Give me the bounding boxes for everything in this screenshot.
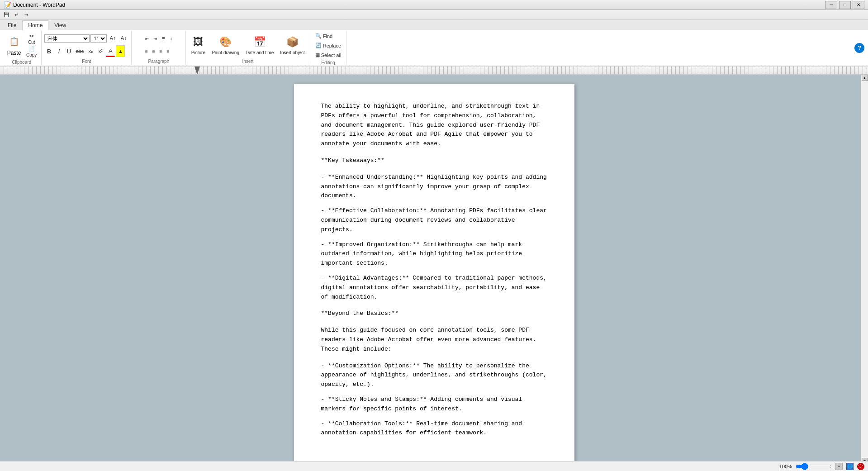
wordpad-icon: 📝 [4,1,11,9]
replace-button[interactable]: 🔄 Replace [313,41,344,50]
cut-icon: ✂ [28,33,35,39]
font-group-content: 宋体 11 A↑ A↓ B I U abc x₂ [44,32,128,58]
zoom-percent: 100% [779,464,792,469]
insert-object-button[interactable]: 📦 Insert object [278,32,307,57]
tab-file[interactable]: File [2,20,22,30]
paste-button[interactable]: 📋 Paste [5,32,24,59]
font-color-button[interactable]: A [106,45,115,57]
ribbon: File Home View 📋 Paste ✂ Cut [0,20,868,67]
doc-option-1: - **Customization Options:** The ability… [321,362,547,390]
titlebar-controls[interactable]: ─ □ ✕ [825,1,864,9]
doc-takeaway-1: - **Enhanced Understanding:** Highlighti… [321,173,547,201]
doc-option-3-text: - **Collaboration Tools:** Real-time doc… [321,420,522,437]
insert-object-label: Insert object [280,50,304,55]
para-row-1: ⇤ ⇥ ☰ ↕ [143,33,174,44]
document[interactable]: The ability to highlight, underline, and… [294,84,574,462]
insert-group-label: Insert [242,58,254,64]
minimize-button[interactable]: ─ [825,1,837,9]
doc-beyond-basics-header: **Beyond the Basics:** [321,309,547,319]
bold-button[interactable]: B [44,45,53,57]
editing-group-content: 🔍 Find 🔄 Replace ▦ Select all [313,32,344,59]
font-controls: 宋体 11 A↑ A↓ B I U abc x₂ [44,33,128,57]
undo-quick-button[interactable]: ↩ [12,11,21,19]
font-size-select[interactable]: 11 [90,34,107,43]
editing-group-label: Editing [321,59,335,65]
doc-option-2: - **Sticky Notes and Stamps:** Adding co… [321,395,547,414]
align-left-button[interactable]: ≡ [143,45,150,57]
clipboard-group: 📋 Paste ✂ Cut 📄 Copy [2,31,42,65]
select-all-label: Select all [321,52,342,58]
copy-label: Copy [26,52,37,57]
help-button[interactable]: ? [854,43,864,53]
superscript-button[interactable]: x² [96,45,105,57]
paint-drawing-button[interactable]: 🎨 Paint drawing [209,32,242,57]
font-name-select[interactable]: 宋体 [44,34,90,43]
insert-group: 🖼 Picture 🎨 Paint drawing 📅 Date and tim… [186,31,310,65]
find-button[interactable]: 🔍 Find [313,32,344,40]
line-spacing-button[interactable]: ↕ [168,33,174,44]
justify-button[interactable]: ≡ [165,45,171,57]
cut-button[interactable]: ✂ Cut [24,33,38,45]
main-area: ▲ ▼ ◄ ► The ability to highlight, underl… [0,75,868,471]
font-grow-button[interactable]: A↑ [108,33,118,44]
align-center-button[interactable]: ≡ [151,45,157,57]
editing-group: 🔍 Find 🔄 Replace ▦ Select all Editing [310,31,347,65]
paint-icon: 🎨 [218,35,233,49]
font-shrink-button[interactable]: A↓ [119,33,128,44]
picture-button[interactable]: 🖼 Picture [189,32,208,57]
decrease-indent-button[interactable]: ⇤ [143,33,151,44]
titlebar: 📝 Document - WordPad ─ □ ✕ [0,0,868,10]
picture-label: Picture [191,50,205,55]
ribbon-content: 📋 Paste ✂ Cut 📄 Copy [0,30,868,66]
increase-indent-button[interactable]: ⇥ [152,33,159,44]
zoom-slider[interactable] [796,463,832,470]
date-time-label: Date and time [246,50,274,55]
doc-option-3: - **Collaboration Tools:** Real-time doc… [321,419,547,438]
date-time-button[interactable]: 📅 Date and time [243,32,276,57]
save-quick-button[interactable]: 💾 [2,11,11,19]
picture-icon: 🖼 [191,35,205,49]
tab-view[interactable]: View [48,20,72,30]
align-right-button[interactable]: ≡ [158,45,164,57]
select-all-button[interactable]: ▦ Select all [313,51,344,59]
font-row-2: B I U abc x₂ x² A ▲ [44,45,128,57]
titlebar-title: Document - WordPad [13,2,65,8]
doc-takeaway-2-text: - **Effective Collaboration:** Annotatin… [321,207,547,233]
doc-takeaway-1-text: - **Enhanced Understanding:** Highlighti… [321,174,547,200]
doc-takeaway-2: - **Effective Collaboration:** Annotatin… [321,206,547,234]
scroll-up-button[interactable]: ▲ [862,75,868,81]
italic-button[interactable]: I [54,45,63,57]
replace-label: Replace [323,43,341,48]
ruler-ticks [0,67,868,74]
doc-key-takeaways-text: **Key Takeaways:** [321,157,384,164]
vertical-scrollbar[interactable]: ▲ ▼ [861,75,868,464]
highlight-button[interactable]: ▲ [116,45,125,57]
doc-takeaway-4-text: - **Digital Advantages:** Compared to tr… [321,275,547,300]
help-area: ? [853,31,866,65]
paragraph-group: ⇤ ⇥ ☰ ↕ ≡ ≡ ≡ ≡ Paragraph [132,31,186,65]
doc-option-2-text: - **Sticky Notes and Stamps:** Adding co… [321,396,522,412]
underline-button[interactable]: U [64,45,73,57]
paste-icon: 📋 [7,34,21,49]
doc-para-1-text: The ability to highlight, underline, and… [321,103,540,147]
copy-button[interactable]: 📄 Copy [24,46,38,57]
bullets-button[interactable]: ☰ [160,33,167,44]
titlebar-left: 📝 Document - WordPad [4,1,65,9]
redo-quick-button[interactable]: ↪ [22,11,31,19]
paragraph-group-label: Paragraph [148,58,170,64]
para-row-2: ≡ ≡ ≡ ≡ [143,45,174,57]
select-all-icon: ▦ [315,52,320,58]
close-button[interactable]: ✕ [853,1,864,9]
maximize-button[interactable]: □ [839,1,851,9]
doc-takeaway-3-text: - **Improved Organization:** Strikethrou… [321,241,522,267]
doc-paragraph-1: The ability to highlight, underline, and… [321,102,547,149]
subscript-button[interactable]: x₂ [86,45,95,57]
zoom-in-button[interactable]: + [835,463,843,470]
ruler-bg [0,67,868,74]
clipboard-group-label: Clipboard [12,59,31,65]
tab-home[interactable]: Home [22,20,48,30]
insert-object-icon: 📦 [285,35,299,49]
paragraph-group-content: ⇤ ⇥ ☰ ↕ ≡ ≡ ≡ ≡ [143,32,174,58]
strikethrough-button[interactable]: abc [74,45,85,57]
replace-icon: 🔄 [315,43,322,48]
